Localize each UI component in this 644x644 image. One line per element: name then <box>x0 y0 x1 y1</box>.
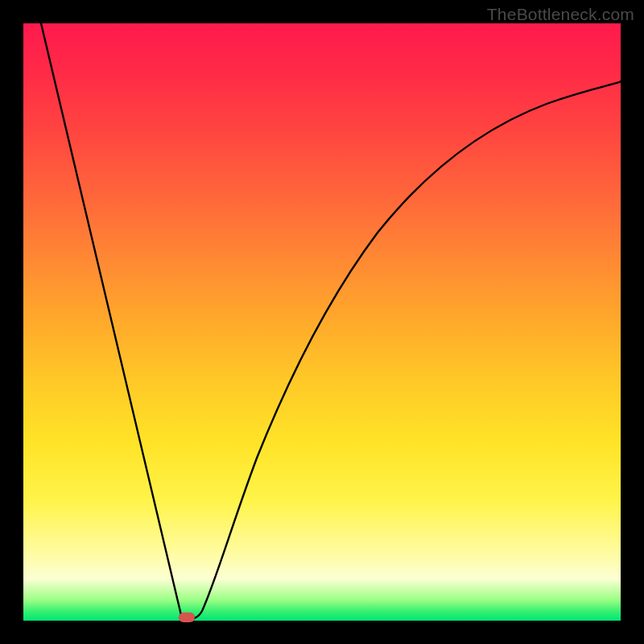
bottleneck-curve <box>23 23 621 621</box>
optimal-point-marker <box>179 613 195 622</box>
chart-frame: TheBottleneck.com <box>0 0 644 644</box>
plot-area <box>23 23 621 621</box>
watermark-text: TheBottleneck.com <box>487 5 634 24</box>
